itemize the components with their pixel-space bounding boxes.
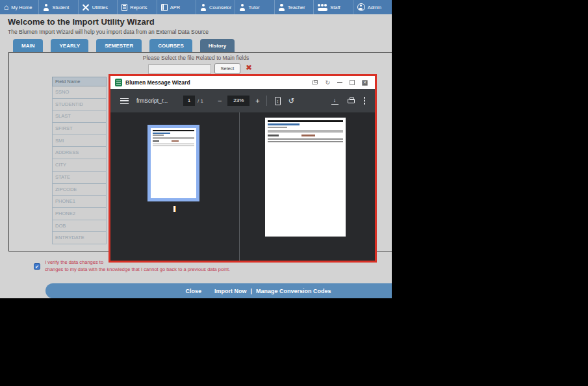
field-row-dob: DOB [52,220,107,233]
verify-checkbox[interactable]: ✔ [34,263,40,270]
nav-item-student[interactable]: Student [39,0,78,14]
nav-item-teacher[interactable]: Teacher [275,0,314,14]
nav-item-my-home[interactable]: ⌂ My Home [0,0,39,14]
modal-title-bar[interactable]: Blumen Message Wizard ↻ ✕ [110,76,375,89]
report-subtitle-bar [153,135,164,136]
page-number-cursor [173,206,176,212]
reports-icon [121,4,127,11]
modal-title: Blumen Message Wizard [125,79,309,86]
nav-label: Admin [368,5,381,10]
thumbnail-sidebar [110,112,240,261]
nav-item-staff[interactable]: Staff [314,0,353,14]
more-options-icon[interactable] [364,97,366,99]
page-number-input[interactable]: 1 [183,96,195,106]
field-row-smi: SMI [52,135,107,148]
refresh-icon[interactable]: ↻ [325,80,330,85]
page-count-label: / 1 [198,98,203,104]
nav-item-reports[interactable]: Reports [118,0,157,14]
page-preview-pane [240,112,375,261]
print-document-icon[interactable] [348,99,355,103]
tab-yearly[interactable]: YEARLY [51,39,88,52]
tab-courses[interactable]: COURSES [149,39,192,52]
apr-book-icon [161,4,168,11]
field-row-phone2: PHONE2 [52,208,107,220]
field-row-studentid: STUDENTID [52,99,107,111]
select-file-button[interactable]: Select [214,63,240,74]
teacher-icon [279,4,285,11]
nav-label: APR [170,5,180,10]
field-row-state: STATE [52,172,107,184]
wizard-tabs: MAIN YEARLY SEMESTER COURSES History [13,39,235,52]
footer-action-bar: Close Import Now | Manage Conversion Cod… [45,283,392,298]
student-icon [43,4,49,11]
report-top-rule [153,130,194,131]
minimize-icon[interactable] [337,82,342,83]
toolbar-divider [266,96,267,106]
field-row-entrydate: ENTRYDATE [52,232,107,244]
manage-conversion-codes-button[interactable]: Manage Conversion Codes [256,288,331,294]
verify-line-2: changes to my data with the knowledge th… [45,266,230,273]
report-col-field [268,135,279,136]
field-name-table: Field Name SSNO STUDENTID SLAST SFIRST S… [52,77,107,244]
file-instruction-text: Please Select the file Related to Main f… [0,55,392,61]
nav-item-tutor[interactable]: Tutor [235,0,274,14]
window-controls: ↻ ✕ [312,80,370,86]
import-now-button[interactable]: Import Now [214,288,247,294]
pdf-filename: frmScript_r... [136,97,177,104]
fit-to-page-icon[interactable]: ↕ [275,97,281,105]
page-subtitle: The Blumen Import Wizard will help you i… [8,29,209,35]
page-title: Welcome to the Import Utility Wizard [8,17,155,27]
zoom-out-button[interactable]: − [218,97,222,105]
utilities-icon [83,4,90,11]
zoom-in-button[interactable]: + [255,97,259,105]
pdf-page-preview [265,118,346,237]
blumen-app-window: ⌂ My Home Student Utilities Reports APR [0,0,392,298]
close-button[interactable]: Close [185,288,201,294]
report-col-message [301,135,315,136]
pdf-viewer-content [110,112,375,261]
field-row-slast: SLAST [52,110,107,123]
counselor-icon [200,4,207,11]
nav-item-apr[interactable]: APR [157,0,196,14]
report-divider [268,130,343,133]
tab-semester[interactable]: SEMESTER [96,39,142,52]
nav-label: Student [52,5,69,10]
footer-separator: | [250,288,252,294]
report-rule [268,138,343,140]
report-title-bar [268,123,300,125]
field-table-header: Field Name [52,77,107,86]
nav-label: Teacher [288,5,305,10]
close-icon[interactable]: ✕ [362,80,368,86]
tab-main[interactable]: MAIN [13,39,43,52]
nav-item-admin[interactable]: Admin [353,0,392,14]
green-document-icon [115,79,122,86]
print-icon[interactable] [312,81,318,84]
nav-label: Utilities [92,5,108,10]
page-thumbnail-selected[interactable] [147,125,199,201]
clear-file-icon[interactable]: ✖ [246,63,252,72]
tutor-icon [239,4,246,11]
nav-label: Tutor [248,5,259,10]
top-nav-bar: ⌂ My Home Student Utilities Reports APR [0,0,392,14]
rotate-icon[interactable]: ↺ [288,97,294,105]
nav-item-utilities[interactable]: Utilities [79,0,118,14]
nav-item-counselor[interactable]: Counselor [196,0,235,14]
maximize-icon[interactable] [350,80,355,85]
file-path-input[interactable] [148,64,211,74]
report-subtitle-bar [268,127,287,128]
report-rule [153,146,194,147]
download-icon[interactable]: ↓ [331,97,339,105]
report-divider [153,137,194,139]
report-top-rule [268,120,343,122]
menu-icon[interactable] [120,98,129,104]
staff-icon [318,4,327,11]
pdf-viewer-toolbar: frmScript_r... 1 / 1 − 23% + ↕ ↺ ↓ [110,89,375,112]
tab-history[interactable]: History [200,39,235,52]
screen: ⌂ My Home Student Utilities Reports APR [0,0,588,386]
nav-label: Staff [330,5,340,10]
report-title-bar [153,133,170,134]
nav-label: Reports [130,5,147,10]
nav-label: My Home [11,5,32,10]
field-row-address: ADDRESS [52,147,107,159]
report-header-row [153,140,194,142]
